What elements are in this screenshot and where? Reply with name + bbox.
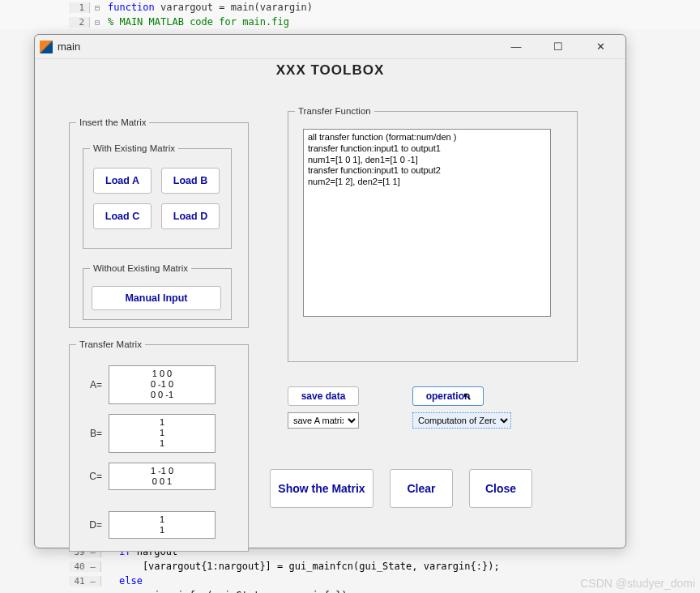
matrix-b-display[interactable]: 1 1 1 — [109, 414, 216, 453]
group-insert-matrix: Insert the Matrix With Existing Matrix L… — [69, 117, 249, 328]
show-matrix-button[interactable]: Show the Matrix — [270, 469, 373, 508]
matrix-d-row1: 1 — [109, 514, 215, 525]
group-without-existing-label: Without Existing Matrix — [90, 263, 191, 273]
matrix-a-row1: 1 0 0 — [109, 369, 215, 379]
matrix-d-label: D= — [83, 519, 102, 531]
matrix-c-row1: 1 -1 0 — [109, 466, 215, 476]
clear-button[interactable]: Clear — [390, 469, 453, 508]
matlab-icon — [40, 41, 53, 53]
group-transfer-function-label: Transfer Function — [295, 106, 374, 116]
group-transfer-function: Transfer Function all transfer function … — [288, 106, 578, 362]
matrix-b-row3: 1 — [109, 438, 215, 449]
manual-input-button[interactable]: Manual Input — [92, 286, 221, 310]
matrix-d-row: D= 1 1 — [83, 511, 216, 539]
matrix-a-row2: 0 -1 0 — [109, 379, 215, 390]
code-editor-bottom: 39 — if nargout 40 — [varargout{1:nargou… — [69, 544, 500, 593]
group-with-existing-label: With Existing Matrix — [90, 143, 178, 153]
titlebar: main — ☐ ✕ — [35, 35, 625, 59]
fold-icon: ⊟ — [90, 3, 105, 12]
line-number: 41 — — [69, 576, 101, 587]
save-matrix-select[interactable]: save A matrix — [288, 412, 359, 429]
fold-icon: ⊟ — [90, 18, 105, 27]
matrix-c-row: C= 1 -1 0 0 0 1 — [83, 463, 216, 490]
group-without-existing: Without Existing Matrix Manual Input — [83, 263, 232, 320]
code-line: gui_mainfcn(gui_State, varargin{:}); — [116, 590, 353, 593]
window-title: main — [58, 41, 80, 53]
code-line: else — [116, 575, 143, 587]
line-number: 2 — [69, 17, 90, 28]
code-line: function varargout = main(varargin) — [105, 2, 313, 13]
line-number: 40 — — [69, 561, 101, 572]
matrix-d-row2: 1 — [109, 525, 215, 535]
matrix-b-row1: 1 — [109, 417, 215, 428]
group-transfer-matrix: Transfer Matrix A= 1 0 0 0 -1 0 0 0 -1 B… — [69, 339, 249, 552]
load-c-button[interactable]: Load C — [93, 203, 152, 229]
load-b-button[interactable]: Load B — [161, 168, 220, 194]
code-editor-bg: 1 ⊟ function varargout = main(varargin) … — [0, 0, 700, 29]
group-with-existing: With Existing Matrix Load A Load B Load … — [83, 143, 232, 249]
matrix-c-row2: 0 0 1 — [109, 476, 215, 487]
matrix-d-display[interactable]: 1 1 — [109, 511, 216, 539]
matrix-a-label: A= — [83, 379, 102, 390]
headline: XXX TOOLBOX — [35, 59, 625, 80]
transfer-function-textbox[interactable]: all transfer function (format:num/den ) … — [303, 129, 551, 317]
minimize-button[interactable]: — — [502, 37, 530, 57]
matrix-a-row3: 0 0 -1 — [109, 390, 215, 400]
matrix-b-row: B= 1 1 1 — [83, 414, 216, 453]
matrix-a-row: A= 1 0 0 0 -1 0 0 0 -1 — [83, 365, 216, 404]
line-number: 1 — [69, 2, 90, 13]
group-transfer-matrix-label: Transfer Matrix — [76, 339, 145, 349]
matrix-b-row2: 1 — [109, 428, 215, 438]
group-insert-matrix-label: Insert the Matrix — [76, 117, 149, 127]
maximize-button[interactable]: ☐ — [544, 37, 572, 57]
matrix-b-label: B= — [83, 428, 102, 439]
code-line: % MAIN MATLAB code for main.fig — [105, 16, 289, 28]
load-a-button[interactable]: Load A — [93, 168, 152, 194]
save-data-button[interactable]: save data — [288, 386, 359, 406]
matrix-c-display[interactable]: 1 -1 0 0 0 1 — [109, 463, 216, 490]
code-line: [varargout{1:nargout}] = gui_mainfcn(gui… — [116, 561, 500, 572]
load-d-button[interactable]: Load D — [161, 203, 220, 229]
main-dialog: main — ☐ ✕ XXX TOOLBOX Insert the Matrix… — [34, 34, 626, 548]
matrix-c-label: C= — [83, 471, 102, 482]
close-button[interactable]: Close — [469, 469, 532, 508]
matrix-a-display[interactable]: 1 0 0 0 -1 0 0 0 -1 — [109, 365, 216, 404]
operation-select[interactable]: Computaton of Zeros — [412, 412, 511, 429]
operation-button[interactable]: operation — [412, 386, 484, 406]
watermark: CSDN @studyer_domi — [580, 577, 695, 590]
close-window-button[interactable]: ✕ — [587, 37, 614, 57]
